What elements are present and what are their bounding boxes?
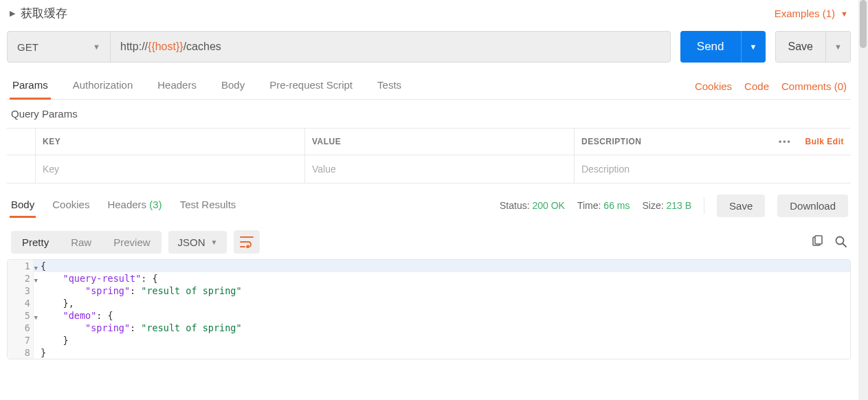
code-line: 1▼{	[8, 260, 850, 272]
body-language-select[interactable]: JSON ▼	[168, 231, 227, 254]
url-input[interactable]: http://{{host}}/caches	[111, 32, 670, 62]
divider	[704, 197, 704, 214]
format-pretty[interactable]: Pretty	[11, 231, 60, 254]
request-tabs: Params Authorization Headers Body Pre-re…	[7, 72, 404, 99]
description-input[interactable]: Description	[575, 155, 851, 183]
examples-label: Examples (1)	[775, 8, 835, 19]
chevron-down-icon: ▼	[211, 238, 218, 246]
status-label: Status:	[500, 200, 530, 211]
format-preview[interactable]: Preview	[102, 231, 161, 254]
send-dropdown[interactable]: ▼	[741, 31, 766, 63]
code-line: 4 },	[8, 297, 850, 309]
url-suffix: /caches	[183, 41, 221, 53]
body-language-value: JSON	[178, 236, 205, 248]
tab-authorization[interactable]: Authorization	[70, 72, 136, 100]
code-line: 3 "spring": "result of spring"	[8, 285, 850, 297]
http-method-select[interactable]: GET ▼	[8, 32, 111, 62]
tab-pre-request-script[interactable]: Pre-request Script	[267, 72, 355, 100]
format-segmented-control: Pretty Raw Preview	[11, 231, 162, 254]
request-title-row: ▶ 获取缓存	[10, 5, 67, 21]
wrap-icon	[240, 236, 254, 248]
time-value: 66 ms	[603, 200, 630, 211]
send-button[interactable]: Send	[680, 31, 741, 63]
examples-dropdown[interactable]: Examples (1) ▼	[775, 8, 848, 19]
url-prefix: http://	[120, 41, 148, 53]
tab-params[interactable]: Params	[10, 72, 51, 100]
col-description: DESCRIPTION	[581, 137, 642, 146]
response-body-editor[interactable]: 1▼{2▼ "query-result": {3 "spring": "resu…	[7, 259, 851, 359]
svg-line-3	[843, 243, 847, 247]
status-value: 200 OK	[532, 200, 564, 211]
code-line: 5▼ "demo": {	[8, 309, 850, 322]
response-tab-cookies[interactable]: Cookies	[51, 193, 91, 218]
chevron-down-icon: ▼	[841, 10, 848, 18]
search-icon[interactable]	[834, 235, 847, 249]
chevron-down-icon: ▼	[93, 43, 100, 51]
fold-icon[interactable]: ▼	[34, 274, 38, 287]
size-label: Size:	[642, 200, 663, 211]
code-line: 2▼ "query-result": {	[8, 272, 850, 285]
response-tab-headers-label: Headers	[107, 199, 146, 210]
table-corner	[7, 129, 36, 155]
svg-rect-1	[815, 236, 822, 244]
more-icon[interactable]: •••	[779, 137, 792, 146]
col-value: VALUE	[305, 129, 575, 155]
tab-headers[interactable]: Headers	[155, 72, 199, 100]
code-line: 8}	[8, 346, 850, 359]
save-response-button[interactable]: Save	[717, 195, 765, 217]
save-dropdown[interactable]: ▼	[826, 31, 851, 63]
scrollbar-thumb[interactable]	[860, 0, 867, 48]
code-line: 6 "spring": "result of spring"	[8, 322, 850, 334]
key-input[interactable]: Key	[36, 155, 305, 183]
fold-icon[interactable]: ▼	[34, 311, 38, 324]
comments-link[interactable]: Comments (0)	[781, 80, 847, 92]
response-tab-headers[interactable]: Headers (3)	[106, 193, 163, 218]
http-method-value: GET	[17, 41, 38, 53]
query-params-table: KEY VALUE DESCRIPTION ••• Bulk Edit Key …	[7, 128, 851, 184]
response-headers-count: (3)	[149, 199, 162, 210]
response-tab-body[interactable]: Body	[10, 193, 36, 218]
tab-tests[interactable]: Tests	[375, 72, 404, 100]
code-line: 7 }	[8, 334, 850, 346]
save-button[interactable]: Save	[775, 31, 826, 63]
url-variable: {{host}}	[148, 41, 183, 53]
tab-body[interactable]: Body	[219, 72, 247, 100]
fold-icon[interactable]: ▼	[34, 262, 38, 274]
collapse-icon[interactable]: ▶	[10, 9, 15, 18]
copy-icon[interactable]	[811, 235, 823, 249]
code-link[interactable]: Code	[744, 80, 769, 92]
svg-point-2	[836, 236, 844, 244]
row-selector[interactable]	[7, 155, 36, 183]
wrap-lines-button[interactable]	[234, 230, 260, 254]
format-raw[interactable]: Raw	[60, 231, 102, 254]
size-value: 213 B	[666, 200, 691, 211]
query-params-label: Query Params	[7, 100, 851, 128]
bulk-edit-link[interactable]: Bulk Edit	[805, 137, 844, 146]
download-response-button[interactable]: Download	[777, 195, 848, 217]
time-label: Time:	[577, 200, 601, 211]
cookies-link[interactable]: Cookies	[695, 80, 732, 92]
col-key: KEY	[36, 129, 305, 155]
request-title: 获取缓存	[21, 5, 67, 21]
vertical-scrollbar[interactable]	[858, 0, 868, 359]
response-tab-test-results[interactable]: Test Results	[179, 193, 238, 218]
value-input[interactable]: Value	[305, 155, 575, 183]
